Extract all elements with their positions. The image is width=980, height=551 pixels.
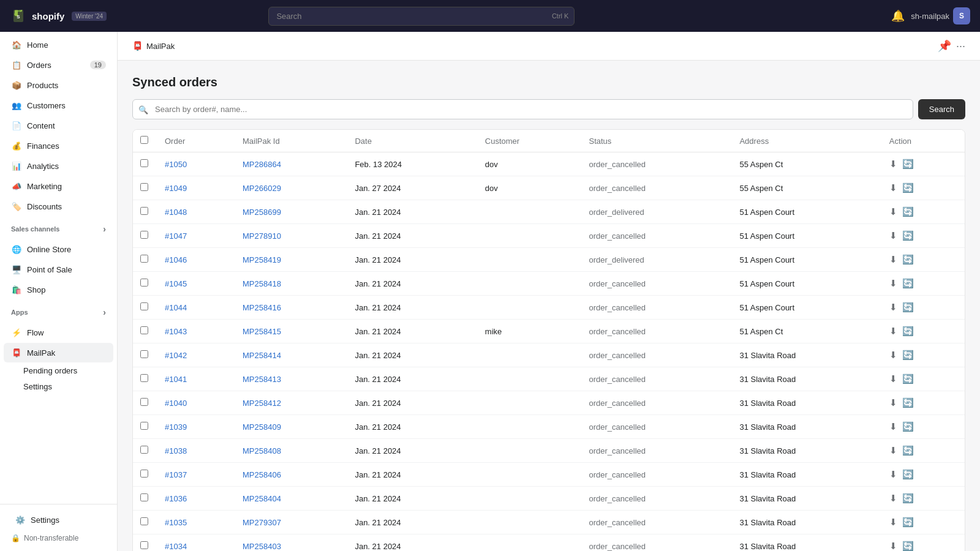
order-id[interactable]: #1045 (157, 272, 235, 296)
sidebar-item-point-of-sale[interactable]: 🖥️ Point of Sale (4, 260, 113, 279)
sync-icon[interactable]: 🔄 (902, 445, 914, 456)
row-checkbox[interactable] (140, 470, 148, 478)
download-icon[interactable]: ⬇ (889, 517, 897, 528)
search-button[interactable]: Search (918, 99, 965, 119)
order-id[interactable]: #1037 (157, 463, 235, 487)
user-menu[interactable]: sh-mailpak S (911, 7, 970, 24)
sync-icon[interactable]: 🔄 (902, 421, 914, 432)
download-icon[interactable]: ⬇ (889, 493, 897, 504)
sync-icon[interactable]: 🔄 (902, 373, 914, 384)
notifications-icon[interactable]: 🔔 (891, 9, 905, 23)
sidebar-item-marketing[interactable]: 📣 Marketing (4, 176, 113, 196)
sidebar-item-products[interactable]: 📦 Products (4, 75, 113, 95)
sync-icon[interactable]: 🔄 (902, 350, 914, 361)
global-search-input[interactable] (268, 7, 575, 26)
sync-icon[interactable]: 🔄 (902, 159, 914, 170)
sidebar-item-customers[interactable]: 👥 Customers (4, 96, 113, 115)
row-checkbox[interactable] (140, 159, 148, 167)
sales-channels-expand-icon[interactable]: › (103, 224, 106, 234)
download-icon[interactable]: ⬇ (889, 254, 897, 265)
download-icon[interactable]: ⬇ (889, 182, 897, 193)
sidebar-item-finances[interactable]: 💰 Finances (4, 136, 113, 156)
sidebar-sub-item-pending-orders[interactable]: Pending orders (4, 363, 113, 378)
sync-icon[interactable]: 🔄 (902, 254, 914, 265)
more-options-icon[interactable]: ··· (956, 40, 965, 53)
download-icon[interactable]: ⬇ (889, 421, 897, 432)
download-icon[interactable]: ⬇ (889, 278, 897, 289)
sidebar-item-analytics[interactable]: 📊 Analytics (4, 156, 113, 176)
download-icon[interactable]: ⬇ (889, 469, 897, 480)
apps-expand-icon[interactable]: › (103, 307, 106, 317)
order-id[interactable]: #1044 (157, 296, 235, 320)
sync-icon[interactable]: 🔄 (902, 469, 914, 480)
sync-icon[interactable]: 🔄 (902, 230, 914, 241)
sync-icon[interactable]: 🔄 (902, 206, 914, 217)
download-icon[interactable]: ⬇ (889, 445, 897, 456)
download-icon[interactable]: ⬇ (889, 206, 897, 217)
logo[interactable]: S shopify (10, 7, 64, 24)
sidebar-item-content[interactable]: 📄 Content (4, 116, 113, 135)
download-icon[interactable]: ⬇ (889, 397, 897, 408)
order-id[interactable]: #1049 (157, 176, 235, 200)
sync-icon[interactable]: 🔄 (902, 326, 914, 337)
download-icon[interactable]: ⬇ (889, 302, 897, 313)
customer-name (478, 415, 582, 439)
row-checkbox[interactable] (140, 398, 148, 406)
order-id[interactable]: #1038 (157, 439, 235, 463)
sidebar-item-online-store[interactable]: 🌐 Online Store (4, 239, 113, 259)
order-id[interactable]: #1041 (157, 367, 235, 391)
order-id[interactable]: #1047 (157, 224, 235, 248)
order-id[interactable]: #1048 (157, 200, 235, 224)
row-checkbox[interactable] (140, 183, 148, 191)
order-id[interactable]: #1034 (157, 534, 235, 552)
sync-icon[interactable]: 🔄 (902, 493, 914, 504)
sidebar-sub-item-settings[interactable]: Settings (4, 379, 113, 394)
sidebar-item-shop[interactable]: 🛍️ Shop (4, 280, 113, 299)
order-id[interactable]: #1035 (157, 511, 235, 534)
order-id[interactable]: #1039 (157, 415, 235, 439)
sidebar-item-mailpak[interactable]: 📮 MailPak (4, 343, 113, 362)
row-checkbox[interactable] (140, 350, 148, 358)
sync-icon[interactable]: 🔄 (902, 302, 914, 313)
download-icon[interactable]: ⬇ (889, 159, 897, 170)
sidebar-item-orders[interactable]: 📋 Orders 19 (4, 55, 113, 75)
sync-icon[interactable]: 🔄 (902, 182, 914, 193)
row-checkbox[interactable] (140, 326, 148, 334)
action-icons: ⬇ 🔄 (889, 397, 957, 408)
sync-icon[interactable]: 🔄 (902, 541, 914, 551)
sidebar-item-settings[interactable]: ⚙️ Settings (7, 510, 110, 530)
row-checkbox[interactable] (140, 446, 148, 454)
download-icon[interactable]: ⬇ (889, 230, 897, 241)
order-id[interactable]: #1042 (157, 343, 235, 367)
sync-icon[interactable]: 🔄 (902, 517, 914, 528)
row-checkbox[interactable] (140, 517, 148, 525)
sidebar-item-flow[interactable]: ⚡ Flow (4, 323, 113, 342)
row-checkbox[interactable] (140, 374, 148, 382)
sidebar-item-discounts[interactable]: 🏷️ Discounts (4, 197, 113, 216)
row-checkbox[interactable] (140, 541, 148, 549)
table-row: #1037 MP258406 Jan. 21 2024 order_cancel… (133, 463, 965, 487)
select-all-checkbox[interactable] (140, 136, 148, 144)
row-checkbox[interactable] (140, 255, 148, 263)
row-checkbox[interactable] (140, 279, 148, 287)
svg-text:S: S (17, 14, 20, 20)
sync-icon[interactable]: 🔄 (902, 397, 914, 408)
download-icon[interactable]: ⬇ (889, 326, 897, 337)
row-checkbox[interactable] (140, 207, 148, 215)
row-checkbox[interactable] (140, 231, 148, 239)
order-id[interactable]: #1043 (157, 320, 235, 343)
row-checkbox[interactable] (140, 302, 148, 310)
order-id[interactable]: #1050 (157, 152, 235, 176)
order-id[interactable]: #1040 (157, 391, 235, 415)
row-checkbox[interactable] (140, 493, 148, 501)
order-id[interactable]: #1046 (157, 248, 235, 272)
order-search-input[interactable] (132, 99, 913, 119)
sidebar-item-home[interactable]: 🏠 Home (4, 35, 113, 54)
download-icon[interactable]: ⬇ (889, 541, 897, 551)
pin-icon[interactable]: 📌 (938, 39, 951, 53)
download-icon[interactable]: ⬇ (889, 373, 897, 384)
order-id[interactable]: #1036 (157, 487, 235, 511)
sync-icon[interactable]: 🔄 (902, 278, 914, 289)
row-checkbox[interactable] (140, 422, 148, 430)
download-icon[interactable]: ⬇ (889, 350, 897, 361)
